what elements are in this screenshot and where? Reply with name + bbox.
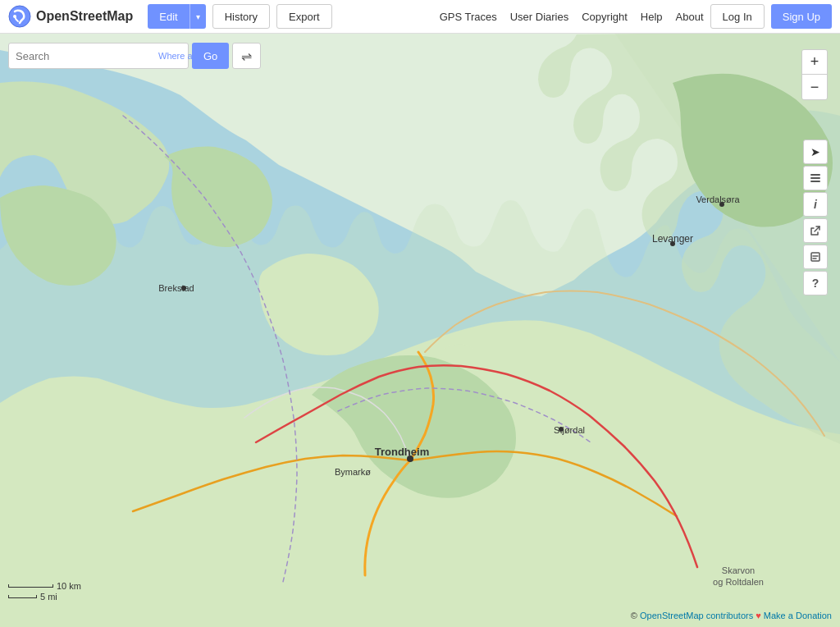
edit-button[interactable]: Edit [148, 4, 189, 29]
edit-dropdown-button[interactable]: ▾ [189, 4, 206, 29]
help-button[interactable]: ? [803, 271, 828, 295]
nav-links: GPS Traces User Diaries Copyright Help A… [440, 11, 704, 23]
zoom-controls: + − [801, 49, 828, 100]
svg-rect-16 [810, 174, 820, 176]
nav-copyright[interactable]: Copyright [582, 11, 628, 23]
search-input[interactable] [16, 50, 153, 62]
export-button[interactable]: Export [276, 4, 332, 29]
scale-mi-line [8, 595, 37, 598]
share-icon [810, 225, 821, 236]
side-controls: ➤ i ? [803, 140, 828, 297]
attribution-heart: ♥ [756, 611, 761, 620]
svg-text:Levanger: Levanger [652, 233, 693, 245]
osm-contributors-link[interactable]: OpenStreetMap contributors [640, 611, 753, 620]
svg-text:Stjørdal: Stjørdal [554, 425, 585, 435]
edit-group: Edit ▾ [148, 4, 205, 29]
donate-link[interactable]: Make a Donation [764, 611, 832, 620]
layers-icon [809, 172, 822, 185]
info-button[interactable]: i [803, 192, 828, 217]
scale-mi-label: 5 mi [40, 592, 57, 602]
scale-km: 10 km [8, 581, 81, 591]
note-button[interactable] [803, 245, 828, 269]
nav-about[interactable]: About [676, 11, 704, 23]
zoom-in-button[interactable]: + [802, 50, 827, 75]
logo-icon [8, 5, 31, 28]
history-button[interactable]: History [212, 4, 270, 29]
locate-button[interactable]: ➤ [803, 140, 828, 164]
svg-rect-17 [810, 177, 820, 179]
scale-km-label: 10 km [57, 581, 81, 591]
svg-rect-19 [811, 253, 819, 261]
svg-text:Skarvon: Skarvon [722, 565, 755, 575]
scale-km-line [8, 584, 53, 588]
directions-button[interactable]: ⇌ [232, 43, 261, 69]
svg-text:Trondheim: Trondheim [375, 446, 429, 458]
svg-text:og Roltdalen: og Roltdalen [713, 577, 764, 587]
logo[interactable]: OpenStreetMap [8, 5, 133, 28]
nav-user-diaries[interactable]: User Diaries [510, 11, 569, 23]
layers-button[interactable] [803, 166, 828, 190]
share-button[interactable] [803, 218, 828, 243]
svg-text:Bymarkø: Bymarkø [335, 467, 371, 477]
zoom-out-button[interactable]: − [802, 75, 827, 99]
logo-text: OpenStreetMap [36, 9, 133, 24]
svg-text:Verdalsøra: Verdalsøra [696, 195, 740, 204]
search-container: Where am I? [8, 43, 189, 69]
note-icon [810, 251, 821, 263]
map-svg: Trondheim Verdalsøra Levanger Stjørdal B… [0, 34, 840, 627]
signup-button[interactable]: Sign Up [771, 4, 832, 29]
attribution: © OpenStreetMap contributors ♥ Make a Do… [631, 611, 832, 620]
svg-rect-18 [810, 181, 820, 182]
login-button[interactable]: Log In [710, 4, 765, 29]
scale: 10 km 5 mi [8, 581, 81, 602]
scale-mi: 5 mi [8, 592, 81, 602]
search-bar: Where am I? Go ⇌ [8, 43, 261, 69]
svg-text:Brekstad: Brekstad [158, 283, 194, 293]
nav-gps-traces[interactable]: GPS Traces [440, 11, 497, 23]
attribution-prefix: © [631, 611, 637, 620]
header: OpenStreetMap Edit ▾ History Export GPS … [0, 0, 840, 34]
scale-bar: 10 km 5 mi [8, 581, 81, 602]
map-container[interactable]: Trondheim Verdalsøra Levanger Stjørdal B… [0, 34, 840, 627]
go-button[interactable]: Go [192, 43, 229, 69]
nav-help[interactable]: Help [641, 11, 663, 23]
